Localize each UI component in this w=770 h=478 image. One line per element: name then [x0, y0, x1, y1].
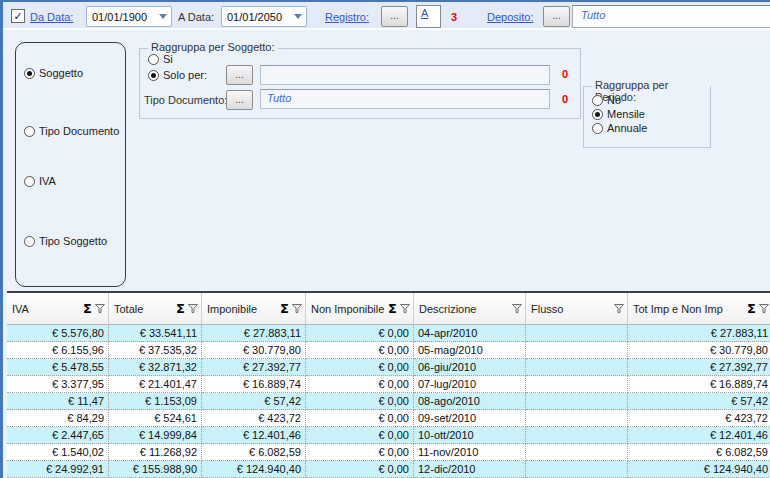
cell-tot-imp-e-non-imp[interactable]: € 27.392,77	[628, 359, 770, 376]
cell-flusso[interactable]	[526, 342, 628, 359]
radio-icon[interactable]	[592, 109, 603, 120]
cell-descrizione[interactable]: 12-dic/2010	[414, 461, 526, 478]
column-header-iva[interactable]: IVAΣ	[7, 293, 109, 325]
cell-imponibile[interactable]: € 30.779,80	[202, 342, 306, 359]
cell-descrizione[interactable]: 04-apr/2010	[414, 325, 526, 342]
cell-iva[interactable]: € 5.478,55	[7, 359, 109, 376]
filter-funnel-icon[interactable]	[95, 304, 105, 313]
cell-flusso[interactable]	[526, 325, 628, 342]
cell-totale[interactable]: € 21.401,47	[109, 376, 202, 393]
cell-descrizione[interactable]: 09-set/2010	[414, 410, 526, 427]
cell-tot-imp-e-non-imp[interactable]: € 27.883,11	[628, 325, 770, 342]
tipo-documento-browse-button[interactable]: ...	[226, 90, 253, 110]
cell-non-imponibile[interactable]: € 0,00	[306, 325, 414, 342]
cell-flusso[interactable]	[526, 359, 628, 376]
cell-totale[interactable]: € 155.988,90	[109, 461, 202, 478]
radio-icon[interactable]	[24, 176, 35, 187]
radio-si[interactable]: Si	[148, 53, 173, 65]
registro-link[interactable]: Registro:	[325, 11, 369, 23]
radio-icon[interactable]	[592, 123, 603, 134]
radio-icon[interactable]	[24, 126, 35, 137]
solo-per-browse-button[interactable]: ...	[226, 65, 253, 85]
cell-non-imponibile[interactable]: € 0,00	[306, 444, 414, 461]
da-data-link[interactable]: Da Data:	[30, 11, 73, 23]
chevron-down-icon[interactable]	[289, 14, 306, 19]
tipo-documento-field[interactable]: Tutto	[260, 89, 550, 109]
radio-no[interactable]: No	[592, 94, 621, 106]
sum-sigma-icon[interactable]: Σ	[388, 301, 397, 316]
radio-solo-per[interactable]: Solo per:	[148, 69, 207, 81]
cell-totale[interactable]: € 32.871,32	[109, 359, 202, 376]
cell-iva[interactable]: € 11,47	[7, 393, 109, 410]
table-row[interactable]: € 2.447,65€ 14.999,84€ 12.401,46€ 0,0010…	[7, 427, 770, 444]
cell-imponibile[interactable]: € 27.883,11	[202, 325, 306, 342]
chevron-down-icon[interactable]	[154, 14, 171, 19]
filter-funnel-icon[interactable]	[292, 304, 302, 313]
cell-iva[interactable]: € 24.992,91	[7, 461, 109, 478]
cell-totale[interactable]: € 1.153,09	[109, 393, 202, 410]
sum-sigma-icon[interactable]: Σ	[176, 301, 185, 316]
sum-sigma-icon[interactable]: Σ	[83, 301, 92, 316]
cell-imponibile[interactable]: € 27.392,77	[202, 359, 306, 376]
cell-tot-imp-e-non-imp[interactable]: € 12.401,46	[628, 427, 770, 444]
cell-totale[interactable]: € 33.541,11	[109, 325, 202, 342]
cell-imponibile[interactable]: € 57,42	[202, 393, 306, 410]
cell-flusso[interactable]	[526, 393, 628, 410]
table-row[interactable]: € 5.576,80€ 33.541,11€ 27.883,11€ 0,0004…	[7, 325, 770, 342]
cell-tot-imp-e-non-imp[interactable]: € 30.779,80	[628, 342, 770, 359]
cell-non-imponibile[interactable]: € 0,00	[306, 342, 414, 359]
filter-funnel-icon[interactable]	[512, 304, 522, 313]
cell-descrizione[interactable]: 11-nov/2010	[414, 444, 526, 461]
cell-non-imponibile[interactable]: € 0,00	[306, 393, 414, 410]
cell-tot-imp-e-non-imp[interactable]: € 124.940,40	[628, 461, 770, 478]
table-row[interactable]: € 84,29€ 524,61€ 423,72€ 0,0009-set/2010…	[7, 410, 770, 427]
cell-flusso[interactable]	[526, 444, 628, 461]
deposito-browse-button[interactable]: ...	[543, 6, 570, 27]
cell-non-imponibile[interactable]: € 0,00	[306, 410, 414, 427]
cell-non-imponibile[interactable]: € 0,00	[306, 427, 414, 444]
column-header-imponibile[interactable]: ImponibileΣ	[202, 293, 306, 325]
column-header-non-imponibile[interactable]: Non ImponibileΣ	[306, 293, 414, 325]
cell-tot-imp-e-non-imp[interactable]: € 423,72	[628, 410, 770, 427]
cell-iva[interactable]: € 2.447,65	[7, 427, 109, 444]
cell-descrizione[interactable]: 08-ago/2010	[414, 393, 526, 410]
cell-imponibile[interactable]: € 12.401,46	[202, 427, 306, 444]
table-row[interactable]: € 1.540,02€ 11.268,92€ 6.082,59€ 0,0011-…	[7, 444, 770, 461]
table-row[interactable]: € 24.992,91€ 155.988,90€ 124.940,40€ 0,0…	[7, 461, 770, 478]
registro-a-box[interactable]: A	[416, 5, 441, 28]
cell-descrizione[interactable]: 05-mag/2010	[414, 342, 526, 359]
cell-totale[interactable]: € 37.535,32	[109, 342, 202, 359]
cell-flusso[interactable]	[526, 410, 628, 427]
cell-tot-imp-e-non-imp[interactable]: € 6.082,59	[628, 444, 770, 461]
deposito-link[interactable]: Deposito:	[487, 11, 533, 23]
sum-sigma-icon[interactable]: Σ	[280, 301, 289, 316]
cell-iva[interactable]: € 3.377,95	[7, 376, 109, 393]
solo-per-field[interactable]	[260, 65, 550, 85]
cell-descrizione[interactable]: 06-giu/2010	[414, 359, 526, 376]
cell-imponibile[interactable]: € 423,72	[202, 410, 306, 427]
cell-iva[interactable]: € 6.155,96	[7, 342, 109, 359]
filter-funnel-icon[interactable]	[759, 304, 769, 313]
a-data-combo[interactable]: 01/01/2050	[221, 6, 307, 27]
da-data-combo[interactable]: 01/01/1900	[86, 6, 172, 27]
cell-flusso[interactable]	[526, 461, 628, 478]
cell-imponibile[interactable]: € 124.940,40	[202, 461, 306, 478]
cell-non-imponibile[interactable]: € 0,00	[306, 461, 414, 478]
cell-imponibile[interactable]: € 16.889,74	[202, 376, 306, 393]
table-row[interactable]: € 6.155,96€ 37.535,32€ 30.779,80€ 0,0005…	[7, 342, 770, 359]
radio-icon[interactable]	[592, 95, 603, 106]
radio-tipo-soggetto[interactable]: Tipo Soggetto	[24, 235, 107, 247]
radio-icon[interactable]	[24, 236, 35, 247]
radio-soggetto[interactable]: Soggetto	[24, 67, 83, 79]
da-data-checkbox[interactable]: ✓	[11, 9, 25, 23]
cell-tot-imp-e-non-imp[interactable]: € 57,42	[628, 393, 770, 410]
cell-iva[interactable]: € 84,29	[7, 410, 109, 427]
cell-flusso[interactable]	[526, 427, 628, 444]
table-row[interactable]: € 5.478,55€ 32.871,32€ 27.392,77€ 0,0006…	[7, 359, 770, 376]
column-header-tot-imp-e-non-imp[interactable]: Tot Imp e Non ImpΣ	[628, 293, 770, 325]
cell-totale[interactable]: € 14.999,84	[109, 427, 202, 444]
radio-icon[interactable]	[148, 70, 159, 81]
radio-mensile[interactable]: Mensile	[592, 108, 645, 120]
cell-totale[interactable]: € 524,61	[109, 410, 202, 427]
cell-flusso[interactable]	[526, 376, 628, 393]
